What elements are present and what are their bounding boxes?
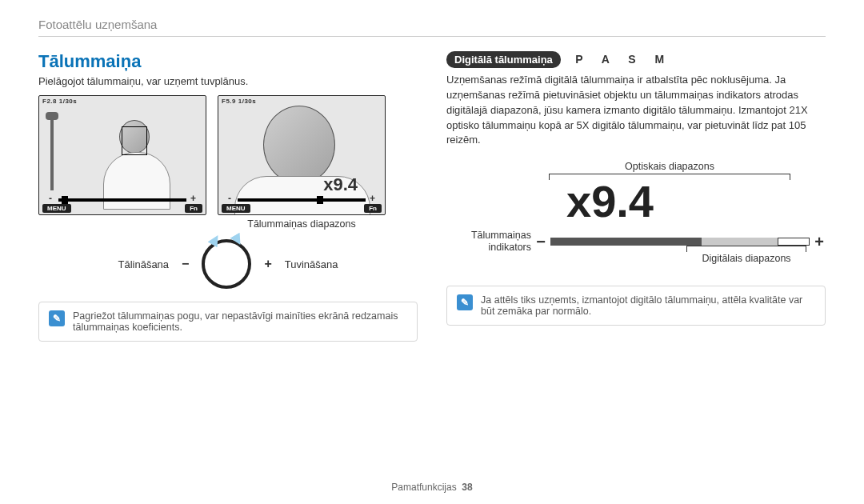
note-icon: ✎	[49, 310, 65, 326]
footer-section: Pamatfunkcijas	[391, 482, 456, 493]
camera-preview-zoomed: F5.9 1/30s x9.4 MENU Fn	[218, 95, 386, 215]
exposure-readout: F5.9 1/30s	[222, 98, 256, 105]
optical-range-label: Optiskais diapazons	[625, 161, 714, 172]
zoom-indicator-label: Tālummaiņas indikators	[446, 230, 531, 254]
note-box: ✎ Ja attēls tiks uzņemts, izmantojot dig…	[446, 286, 826, 326]
mode-indicators: P A S M	[575, 53, 672, 66]
menu-button[interactable]: MENU	[42, 204, 71, 213]
plus-icon: +	[264, 257, 271, 271]
zoom-dial-icon	[202, 239, 251, 289]
minus-icon: −	[534, 233, 547, 251]
note-box: ✎ Pagriežot tālummaiņas pogu, var nepast…	[38, 302, 418, 342]
zoom-in-label: Tuvināšana	[285, 258, 338, 270]
note-text: Pagriežot tālummaiņas pogu, var nepastāv…	[73, 310, 407, 333]
note-text: Ja attēls tiks uzņemts, izmantojot digit…	[481, 294, 815, 317]
exposure-readout: F2.8 1/30s	[42, 98, 77, 105]
zoom-factor-overlay: x9.4	[323, 174, 358, 195]
zoom-factor-large: x9.4	[566, 175, 654, 227]
zoom-range-label: Tālummaiņas diapazons	[218, 218, 386, 230]
menu-button[interactable]: MENU	[222, 204, 250, 213]
zoom-diagram: Optiskais diapazons x9.4 Tālummaiņas ind…	[446, 161, 826, 273]
page-footer: Pamatfunkcijas 38	[0, 482, 864, 493]
footer-page-number: 38	[462, 482, 472, 493]
digital-zoom-pill: Digitālā tālummaiņa	[446, 51, 561, 68]
digital-range-label: Digitālais diapazons	[702, 253, 790, 264]
minus-icon: −	[182, 257, 189, 271]
zoom-out-label: Tālināšana	[118, 258, 169, 270]
digital-zoom-body: Uzņemšanas režīmā digitālā tālummaiņa ir…	[446, 73, 826, 148]
camera-preview-wide: F2.8 1/30s MENU Fn	[38, 95, 206, 215]
breadcrumb: Fotoattēlu uzņemšana	[38, 18, 826, 37]
note-icon: ✎	[457, 294, 473, 310]
fn-button[interactable]: Fn	[185, 204, 202, 213]
plus-icon: +	[813, 233, 826, 251]
fn-button[interactable]: Fn	[364, 204, 382, 213]
section-heading-zoom: Tālummaiņa	[38, 51, 418, 72]
intro-text: Pielāgojot tālummaiņu, var uzņemt tuvplā…	[38, 75, 418, 87]
